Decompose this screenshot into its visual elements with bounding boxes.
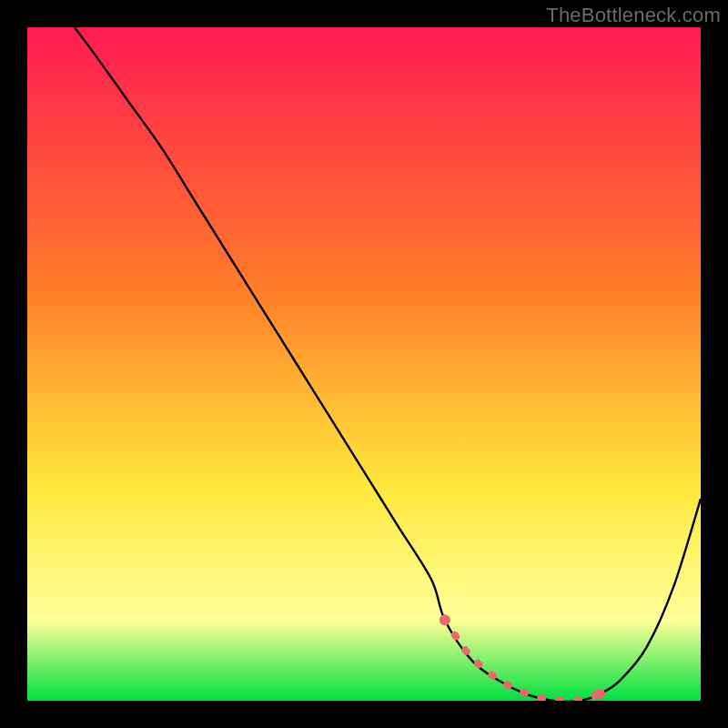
gradient-background (27, 27, 701, 701)
highlight-endpoint (440, 614, 450, 625)
bottleneck-chart (27, 27, 701, 701)
chart-frame: TheBottleneck.com (0, 0, 728, 728)
plot-area (27, 27, 701, 701)
highlight-endpoint (594, 689, 605, 700)
attribution-label: TheBottleneck.com (546, 4, 721, 27)
